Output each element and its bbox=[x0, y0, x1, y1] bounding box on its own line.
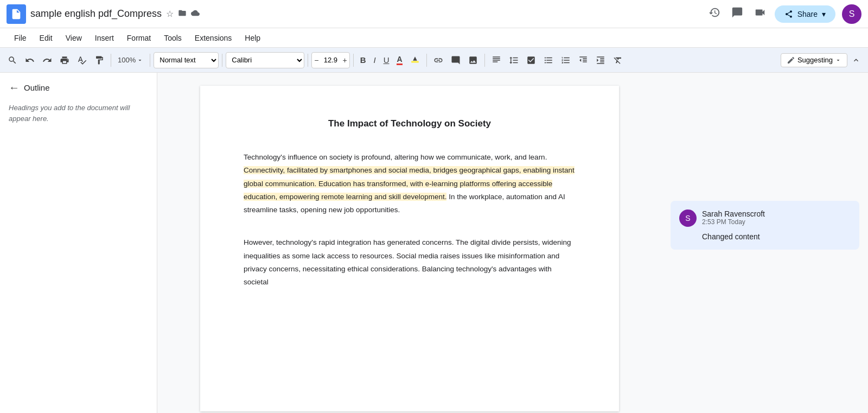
comment-card: S Sarah Ravenscroft 2:53 PM Today Change… bbox=[671, 201, 859, 250]
suggesting-mode-button[interactable]: Suggesting bbox=[781, 53, 847, 67]
align-button[interactable] bbox=[488, 53, 505, 67]
separator-4 bbox=[308, 54, 308, 67]
doc-icon bbox=[7, 4, 26, 24]
history-icon[interactable] bbox=[706, 4, 723, 23]
page-title: The Impact of Technology on Society bbox=[244, 118, 576, 129]
bold-button[interactable]: B bbox=[357, 53, 369, 67]
menu-edit[interactable]: Edit bbox=[34, 31, 58, 45]
share-label: Share bbox=[797, 10, 818, 18]
comment-username: Sarah Ravenscroft bbox=[702, 209, 765, 218]
title-icons: ☆ bbox=[165, 8, 201, 21]
user-avatar[interactable]: S bbox=[842, 4, 861, 24]
comment-time: 2:53 PM Today bbox=[702, 218, 765, 226]
comment-header: S Sarah Ravenscroft 2:53 PM Today bbox=[679, 209, 851, 227]
menu-extensions[interactable]: Extensions bbox=[189, 31, 237, 45]
separator-5 bbox=[353, 54, 354, 67]
separator-7 bbox=[484, 54, 485, 67]
indent-increase-button[interactable] bbox=[592, 53, 609, 67]
menu-view[interactable]: View bbox=[60, 31, 87, 45]
menu-bar: File Edit View Insert Format Tools Exten… bbox=[0, 28, 868, 48]
share-caret: ▾ bbox=[822, 10, 826, 18]
indent-decrease-button[interactable] bbox=[575, 53, 591, 67]
menu-tools[interactable]: Tools bbox=[158, 31, 187, 45]
comment-button[interactable] bbox=[448, 53, 464, 67]
bullet-list-button[interactable] bbox=[540, 53, 557, 67]
cloud-icon[interactable] bbox=[190, 8, 201, 21]
collapse-toolbar-button[interactable] bbox=[848, 54, 864, 67]
paragraph-2: However, technology's rapid integration … bbox=[244, 236, 576, 289]
title-bar-left: sample english pdf_Compress ☆ bbox=[7, 4, 706, 24]
separator-3 bbox=[222, 54, 222, 67]
menu-help[interactable]: Help bbox=[239, 31, 266, 45]
comment-panel: S Sarah Ravenscroft 2:53 PM Today Change… bbox=[662, 73, 868, 413]
undo-button[interactable] bbox=[22, 53, 38, 67]
menu-insert[interactable]: Insert bbox=[90, 31, 119, 45]
line-spacing-button[interactable] bbox=[506, 53, 522, 67]
comment-user-info: Sarah Ravenscroft 2:53 PM Today bbox=[702, 209, 765, 226]
print-button[interactable] bbox=[56, 53, 73, 67]
paragraph-1-before-highlight: Technology's influence on society is pro… bbox=[244, 153, 547, 161]
font-select[interactable]: Calibri Arial Times New Roman bbox=[226, 52, 304, 68]
font-size-group: − + bbox=[311, 52, 349, 68]
italic-button[interactable]: I bbox=[370, 53, 379, 67]
folder-icon[interactable] bbox=[177, 8, 188, 21]
font-size-increase[interactable]: + bbox=[340, 56, 349, 65]
share-button[interactable]: Share ▾ bbox=[775, 5, 835, 23]
separator-1 bbox=[111, 54, 111, 67]
search-button[interactable] bbox=[4, 53, 21, 67]
text-color-button[interactable]: A bbox=[393, 53, 405, 67]
main-layout: ← Outline Headings you add to the docume… bbox=[0, 73, 868, 413]
sidebar: ← Outline Headings you add to the docume… bbox=[0, 73, 157, 413]
style-select[interactable]: Normal text Heading 1 Heading 2 bbox=[154, 52, 219, 68]
spellcheck-button[interactable] bbox=[74, 53, 90, 67]
menu-file[interactable]: File bbox=[9, 31, 32, 45]
svg-rect-0 bbox=[411, 61, 419, 62]
separator-6 bbox=[426, 54, 427, 67]
doc-area: The Impact of Technology on Society Tech… bbox=[157, 73, 662, 413]
comment-text: Changed content bbox=[702, 232, 851, 241]
image-button[interactable] bbox=[465, 53, 481, 67]
underline-button[interactable]: U bbox=[380, 53, 393, 67]
redo-button[interactable] bbox=[39, 53, 55, 67]
numbered-list-button[interactable] bbox=[558, 53, 574, 67]
meet-icon[interactable] bbox=[752, 4, 768, 23]
comment-avatar: S bbox=[679, 209, 697, 227]
paint-button[interactable] bbox=[91, 53, 107, 67]
zoom-select[interactable]: 100% bbox=[114, 54, 146, 66]
checklist-button[interactable] bbox=[523, 53, 539, 67]
doc-title-group: sample english pdf_Compress ☆ bbox=[30, 8, 201, 21]
chat-icon[interactable] bbox=[729, 4, 745, 23]
doc-title-row: sample english pdf_Compress ☆ bbox=[30, 8, 201, 21]
outline-title: Outline bbox=[24, 83, 50, 92]
zoom-value: 100% bbox=[118, 56, 136, 64]
star-icon[interactable]: ☆ bbox=[165, 8, 175, 20]
menu-format[interactable]: Format bbox=[122, 31, 156, 45]
clear-format-button[interactable] bbox=[610, 53, 626, 67]
title-bar: sample english pdf_Compress ☆ bbox=[0, 0, 868, 28]
back-icon[interactable]: ← bbox=[9, 81, 20, 94]
doc-title[interactable]: sample english pdf_Compress bbox=[30, 8, 162, 20]
title-bar-right: Share ▾ S bbox=[706, 4, 861, 24]
toolbar: 100% Normal text Heading 1 Heading 2 Cal… bbox=[0, 48, 868, 73]
highlight-button[interactable] bbox=[407, 53, 423, 67]
sidebar-header: ← Outline bbox=[9, 81, 148, 94]
font-size-input[interactable] bbox=[321, 56, 340, 64]
outline-hint: Headings you add to the document will ap… bbox=[9, 103, 148, 124]
suggesting-label: Suggesting bbox=[797, 56, 833, 64]
document-page: The Impact of Technology on Society Tech… bbox=[200, 86, 619, 411]
link-button[interactable] bbox=[430, 53, 446, 67]
paragraph-1: Technology's influence on society is pro… bbox=[244, 151, 576, 217]
font-size-decrease[interactable]: − bbox=[312, 56, 321, 65]
separator-2 bbox=[150, 54, 150, 67]
